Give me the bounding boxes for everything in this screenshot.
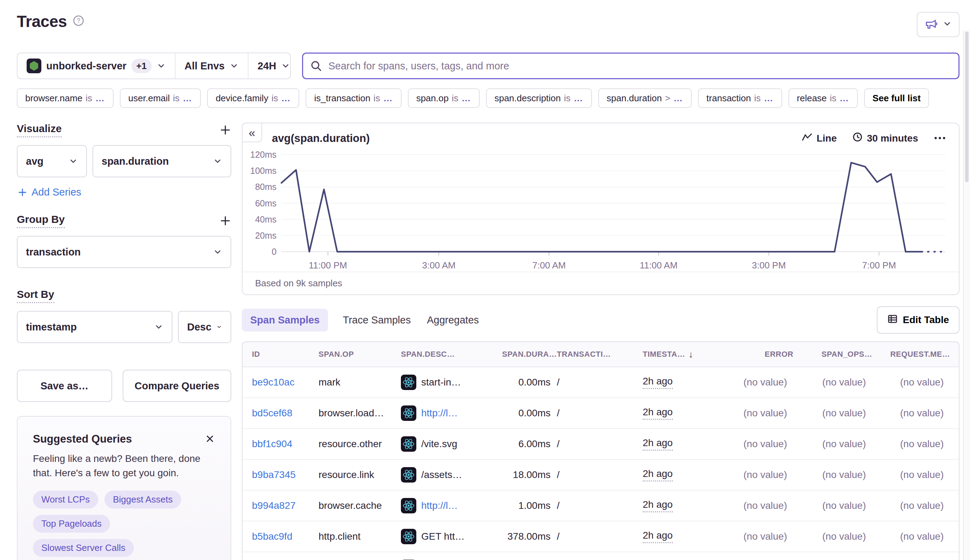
filter-chip-span.op[interactable]: span.opis… [408, 88, 480, 108]
nodejs-project-icon [27, 58, 42, 73]
megaphone-icon [925, 18, 938, 32]
error-cell: (no value) [716, 377, 793, 388]
add-visualize-button[interactable] [219, 124, 231, 136]
span-ops-cell: (no value) [793, 408, 872, 419]
page-filters: unborked-server +1 All Envs 24H [17, 53, 291, 79]
compare-queries-button[interactable]: Compare Queries [123, 370, 231, 402]
suggested-queries-title: Suggested Queries [33, 433, 132, 445]
field-value: span.duration [102, 156, 169, 167]
see-full-list-chip[interactable]: See full list [864, 88, 929, 108]
search-input[interactable] [302, 53, 960, 79]
react-icon [401, 436, 416, 452]
span-op-cell: resource.link [318, 469, 401, 480]
column-header-span_op[interactable]: SPAN.OP [318, 350, 401, 359]
environment-selector[interactable]: All Envs [175, 53, 248, 78]
suggested-queries-body: Feeling like a newb? Been there, done th… [33, 452, 215, 480]
filter-chip-user.email[interactable]: user.emailis… [120, 88, 201, 108]
filter-chip-span.description[interactable]: span.descriptionis… [486, 88, 592, 108]
aggregate-select[interactable]: avg [17, 145, 87, 177]
span-id-link[interactable]: b5bac9fd [252, 531, 292, 542]
tab-aggregates[interactable]: Aggregates [425, 309, 480, 332]
column-header-id[interactable]: ID [252, 350, 318, 359]
chart-type-selector[interactable]: Line [802, 132, 837, 144]
table-row: b9ba7345resource.link/assets…18.00ms/2h … [242, 460, 959, 491]
span-id-link[interactable]: bbf1c904 [252, 438, 292, 450]
line-chart: 020ms40ms60ms80ms100ms120ms11:00 PM3:00 … [248, 148, 950, 272]
suggested-query-tag[interactable]: Slowest Server Calls [33, 539, 134, 557]
span-op-cell: http.client [318, 531, 401, 542]
span-id-link[interactable]: be9c10ac [252, 377, 294, 388]
column-header-error[interactable]: ERROR [716, 350, 793, 359]
interval-label: 30 minutes [867, 133, 918, 144]
sort-direction-select[interactable]: Desc [178, 311, 231, 343]
collapse-sidebar-button[interactable]: « [242, 123, 262, 142]
project-name: unborked-server [46, 60, 127, 72]
group-by-select[interactable]: transaction [17, 236, 231, 268]
sort-field-select[interactable]: timestamp [17, 311, 172, 343]
traces-page: Traces ? unborked-server +1 [0, 0, 970, 560]
table-row: be9c10acmarkstart-in…0.00ms/2h ago(no va… [242, 367, 959, 398]
interval-selector[interactable]: 30 minutes [852, 132, 918, 145]
span-op-cell: resource.other [318, 438, 401, 450]
tab-trace-samples[interactable]: Trace Samples [341, 309, 412, 332]
chevron-down-icon [154, 322, 163, 332]
tab-span-samples[interactable]: Span Samples [242, 309, 328, 332]
filter-chip-transaction[interactable]: transactionis… [698, 88, 782, 108]
span-id-link[interactable]: b994a827 [252, 500, 296, 511]
span-duration-cell: 0.00ms [483, 377, 557, 388]
clock-icon [852, 132, 863, 145]
transaction-cell: / [557, 531, 643, 542]
add-series-button[interactable]: Add Series [18, 187, 231, 198]
suggested-query-tag[interactable]: Top Pageloads [33, 515, 110, 533]
suggested-query-tag[interactable]: Biggest Assets [105, 491, 181, 508]
span-description-text: GET htt… [421, 531, 465, 542]
span-id-link[interactable]: bd5cef68 [252, 408, 292, 419]
span-description-link[interactable]: http://l… [421, 408, 458, 419]
timestamp-cell: 2h ago [643, 376, 716, 389]
filter-chip-is_transaction[interactable]: is_transactionis… [306, 88, 401, 108]
span-description-text: /assets… [421, 469, 462, 480]
project-selector[interactable]: unborked-server +1 [18, 53, 175, 78]
whats-new-button[interactable] [917, 12, 960, 37]
filter-chip-browser.name[interactable]: browser.nameis… [17, 88, 113, 108]
close-icon[interactable] [205, 433, 215, 444]
edit-table-label: Edit Table [903, 314, 949, 325]
error-cell: (no value) [716, 469, 793, 480]
help-icon[interactable]: ? [73, 15, 85, 28]
field-select[interactable]: span.duration [93, 145, 231, 177]
span-id-link[interactable]: b9ba7345 [252, 469, 296, 480]
svg-text:11:00 AM: 11:00 AM [640, 260, 677, 270]
column-header-duration[interactable]: SPAN.DURA… [483, 350, 557, 359]
page-scrollbar[interactable] [963, 30, 970, 560]
column-header-desc[interactable]: SPAN.DESC… [401, 350, 483, 359]
span-description-link[interactable]: http://l… [421, 500, 458, 511]
span-op-cell: mark [318, 377, 401, 388]
filter-bar: unborked-server +1 All Envs 24H [17, 53, 960, 79]
chart-options-icon[interactable] [933, 135, 946, 142]
edit-table-button[interactable]: Edit Table [877, 306, 960, 333]
span-ops-cell: (no value) [793, 531, 872, 542]
suggested-query-tag[interactable]: Worst LCPs [33, 491, 98, 508]
svg-text:0: 0 [272, 247, 277, 257]
filter-chip-device.family[interactable]: device.familyis… [207, 88, 299, 108]
column-header-request_method[interactable]: REQUEST.ME… [872, 350, 950, 359]
svg-text:3:00 AM: 3:00 AM [422, 260, 455, 270]
svg-text:40ms: 40ms [255, 215, 277, 224]
add-group-by-button[interactable] [219, 215, 231, 227]
column-header-span_ops[interactable]: SPAN_OPS… [793, 350, 872, 359]
date-range-selector[interactable]: 24H [248, 53, 299, 78]
scrollbar-thumb[interactable] [965, 32, 968, 182]
column-header-transaction[interactable]: TRANSACTI… [557, 350, 643, 359]
save-as-button[interactable]: Save as… [17, 370, 112, 402]
filter-chip-span.duration[interactable]: span.duration>… [598, 88, 692, 108]
table-row: b41bfb26resource.ifra…https://…276.00ms/… [242, 552, 959, 560]
react-icon [401, 375, 416, 390]
request-method-cell: (no value) [872, 500, 950, 511]
error-cell: (no value) [716, 438, 793, 450]
column-header-timestamp[interactable]: TIMESTA…↓ [643, 349, 716, 360]
svg-text:3:00 PM: 3:00 PM [752, 260, 786, 270]
span-op-cell: browser.cache [318, 500, 401, 511]
table-row: b994a827browser.cachehttp://l…1.00ms/2h … [242, 491, 959, 522]
sort-desc-icon: ↓ [688, 349, 693, 360]
filter-chip-release[interactable]: releaseis… [788, 88, 858, 108]
